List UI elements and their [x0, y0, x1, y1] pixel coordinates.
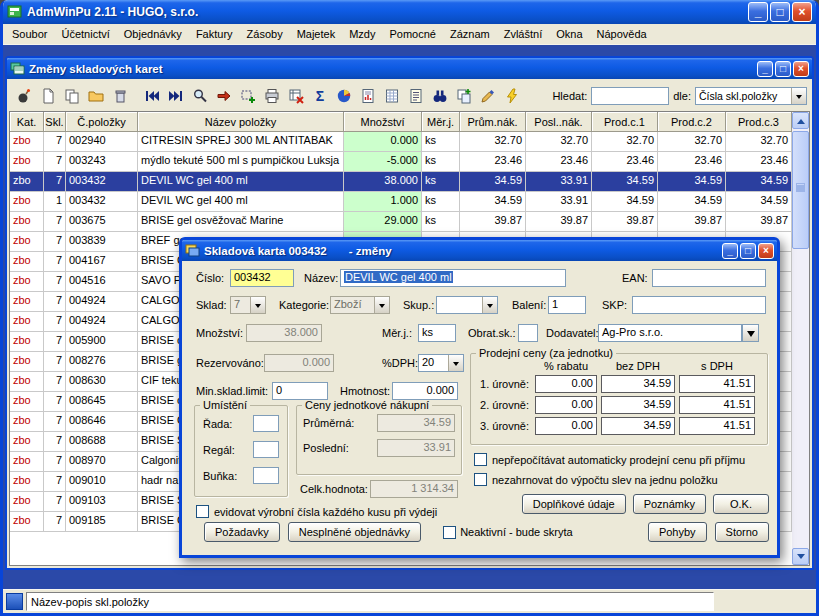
skup-combobox[interactable]: [436, 296, 498, 314]
doplnkove-udaje-button[interactable]: Doplňkové údaje: [522, 494, 626, 514]
column-header[interactable]: Měr.j.: [422, 112, 460, 132]
brush-icon[interactable]: [476, 85, 499, 107]
column-header[interactable]: Množství: [344, 112, 422, 132]
price-cell[interactable]: 41.51: [679, 396, 755, 414]
menu-item-8[interactable]: Záznam: [443, 25, 497, 43]
column-header[interactable]: Kat.: [10, 112, 44, 132]
export-table-icon[interactable]: [284, 85, 307, 107]
scroll-up-button[interactable]: [792, 112, 809, 129]
child-minimize-button[interactable]: _: [757, 61, 773, 77]
neaktivni-checkbox[interactable]: [443, 526, 456, 539]
nazev-field[interactable]: DEVIL WC gel 400 ml: [340, 269, 566, 287]
column-header[interactable]: Prod.c.3: [726, 112, 792, 132]
cislo-field[interactable]: 003432: [230, 269, 294, 287]
dodavatel-dropdown-button[interactable]: [742, 324, 759, 342]
evidovat-checkbox[interactable]: [196, 505, 209, 518]
neprepocitavat-checkbox[interactable]: [474, 453, 487, 466]
select-columns-icon[interactable]: [236, 85, 259, 107]
report-icon[interactable]: [356, 85, 379, 107]
open-folder-icon[interactable]: [84, 85, 107, 107]
hmotnost-field[interactable]: 0.000: [392, 382, 458, 400]
dialog-close-button[interactable]: ×: [758, 243, 774, 259]
menu-item-5[interactable]: Majetek: [290, 25, 343, 43]
table-row[interactable]: zbo7002940CITRESIN SPREJ 300 ML ANTITABA…: [10, 132, 792, 152]
copy-document-icon[interactable]: [60, 85, 83, 107]
child-close-button[interactable]: ×: [793, 61, 809, 77]
nezahrnovat-checkbox[interactable]: [474, 473, 487, 486]
storno-button[interactable]: Storno: [715, 522, 769, 542]
merj-field[interactable]: ks: [418, 324, 456, 342]
menu-item-7[interactable]: Pomocné: [382, 25, 442, 43]
sklad-dropdown-button[interactable]: [250, 297, 265, 313]
menu-item-0[interactable]: Soubor: [5, 25, 54, 43]
column-header[interactable]: Název položky: [138, 112, 344, 132]
table-row[interactable]: zbo7003675BRISE gel osvěžovač Marine29.0…: [10, 212, 792, 232]
sklad-combobox[interactable]: 7: [230, 296, 266, 314]
ean-field[interactable]: [652, 269, 766, 287]
search-input[interactable]: [591, 87, 669, 105]
dialog-maximize-button[interactable]: □: [740, 243, 756, 259]
maximize-button[interactable]: □: [770, 2, 790, 22]
dodavatel-field[interactable]: Ag-Pro s.r.o.: [598, 324, 742, 342]
price-cell[interactable]: 0.00: [535, 396, 597, 414]
menu-item-2[interactable]: Objednávky: [117, 25, 189, 43]
menu-item-11[interactable]: Nápověda: [590, 25, 654, 43]
stock-window-titlebar[interactable]: Změny skladových karet _ □ ×: [7, 58, 812, 79]
column-header[interactable]: Č.položky: [66, 112, 138, 132]
location-field-0[interactable]: [253, 415, 279, 432]
notes-icon[interactable]: [404, 85, 427, 107]
minimize-button[interactable]: _: [748, 2, 768, 22]
price-cell[interactable]: 34.59: [601, 375, 675, 393]
minlimit-field[interactable]: 0: [272, 382, 328, 400]
menu-item-9[interactable]: Zvláštní: [497, 25, 550, 43]
kategorie-combobox[interactable]: Zboží: [330, 296, 390, 314]
copy-card-icon[interactable]: [452, 85, 475, 107]
menu-item-3[interactable]: Faktury: [189, 25, 240, 43]
delete-icon[interactable]: [108, 85, 131, 107]
price-cell[interactable]: 41.51: [679, 417, 755, 435]
dialog-minimize-button[interactable]: _: [722, 243, 738, 259]
location-field-2[interactable]: [253, 467, 279, 484]
poznamky-button[interactable]: Poznámky: [633, 494, 706, 514]
grid-report-icon[interactable]: [380, 85, 403, 107]
pie-chart-icon[interactable]: [332, 85, 355, 107]
search-icon[interactable]: [188, 85, 211, 107]
bomb-icon[interactable]: [12, 85, 35, 107]
table-row[interactable]: zbo7003243mýdlo tekuté 500 ml s pumpičko…: [10, 152, 792, 172]
skup-dropdown-button[interactable]: [482, 297, 497, 313]
price-cell[interactable]: 34.59: [601, 396, 675, 414]
menu-item-4[interactable]: Zásoby: [240, 25, 290, 43]
close-button[interactable]: ×: [792, 2, 812, 22]
column-header[interactable]: Prod.c.2: [658, 112, 726, 132]
goto-record-icon[interactable]: [212, 85, 235, 107]
vertical-scrollbar[interactable]: [792, 112, 809, 565]
menu-item-10[interactable]: Okna: [549, 25, 589, 43]
price-cell[interactable]: 0.00: [535, 375, 597, 393]
skp-field[interactable]: [632, 296, 766, 314]
obratsk-field[interactable]: [518, 324, 538, 342]
column-header[interactable]: Skl.: [44, 112, 66, 132]
flash-icon[interactable]: [500, 85, 523, 107]
scrollbar-thumb[interactable]: [792, 131, 809, 249]
menu-item-1[interactable]: Účetnictví: [54, 25, 116, 43]
dph-combobox[interactable]: 20: [418, 354, 464, 372]
baleni-field[interactable]: 1: [548, 296, 586, 314]
price-cell[interactable]: 34.59: [601, 417, 675, 435]
print-icon[interactable]: [260, 85, 283, 107]
menu-item-6[interactable]: Mzdy: [342, 25, 382, 43]
sum-icon[interactable]: Σ: [308, 85, 331, 107]
last-record-icon[interactable]: [164, 85, 187, 107]
dph-dropdown-button[interactable]: [448, 355, 463, 371]
binoculars-icon[interactable]: [428, 85, 451, 107]
first-record-icon[interactable]: [140, 85, 163, 107]
app-titlebar[interactable]: AdmWinPu 2.11 - HUGO, s.r.o. _ □ ×: [3, 0, 816, 24]
price-cell[interactable]: 41.51: [679, 375, 755, 393]
nesplnene-objednavky-button[interactable]: Nesplněné objednávky: [288, 522, 421, 542]
column-header[interactable]: Prům.nák.: [460, 112, 526, 132]
table-row[interactable]: zbo1003432DEVIL WC gel 400 ml1.000ks34.5…: [10, 192, 792, 212]
column-header[interactable]: Posl..nák.: [526, 112, 592, 132]
child-maximize-button[interactable]: □: [775, 61, 791, 77]
ok-button[interactable]: O.K.: [713, 494, 769, 514]
filter-dropdown-button[interactable]: [791, 88, 806, 104]
location-field-1[interactable]: [253, 441, 279, 458]
